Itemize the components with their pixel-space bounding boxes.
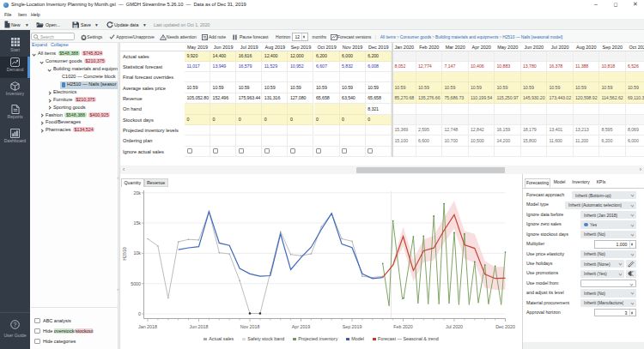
svg-text:Dec 2020: Dec 2020 <box>495 324 515 329</box>
svg-text:Sep 2019: Sep 2019 <box>343 324 362 329</box>
svg-text:0: 0 <box>138 311 141 316</box>
svg-text:Apr 2019: Apr 2019 <box>292 324 311 329</box>
svg-text:20k: 20k <box>133 190 141 196</box>
svg-text:Feb 2020: Feb 2020 <box>393 324 412 329</box>
svg-text:5000: 5000 <box>131 281 141 286</box>
svg-text:Jan 2018: Jan 2018 <box>138 324 157 329</box>
svg-text:10k: 10k <box>133 250 141 256</box>
svg-text:H2510: H2510 <box>122 247 127 261</box>
svg-text:Jul 2020: Jul 2020 <box>446 324 463 329</box>
svg-text:Jun 2018: Jun 2018 <box>190 324 209 329</box>
svg-text:Nov 2018: Nov 2018 <box>240 324 260 329</box>
svg-text:?: ? <box>14 322 17 328</box>
svg-text:15k: 15k <box>133 220 141 226</box>
